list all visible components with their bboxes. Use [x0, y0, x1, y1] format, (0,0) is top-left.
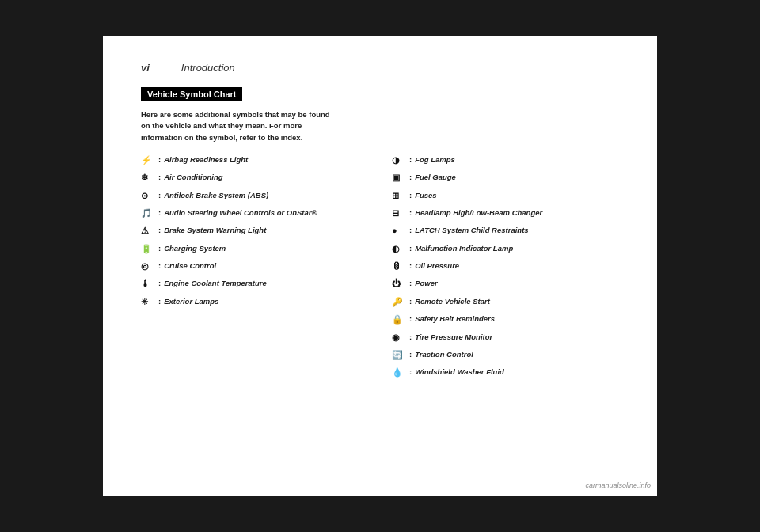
- list-item: 💧 : Windshield Washer Fluid: [392, 367, 619, 378]
- content-area: ⚡ : Airbag Readiness Light ❄ : Air Condi…: [141, 154, 619, 385]
- left-column: ⚡ : Airbag Readiness Light ❄ : Air Condi…: [141, 154, 368, 385]
- symbol-icon: ❄: [141, 172, 158, 184]
- intro-text: Here are some additional symbols that ma…: [141, 109, 331, 143]
- colon: :: [409, 225, 412, 235]
- symbol-icon: ✳: [141, 296, 158, 308]
- symbol-icon: ⊙: [141, 190, 158, 202]
- symbol-label: Charging System: [164, 243, 226, 253]
- list-item: ◉ : Tire Pressure Monitor: [392, 332, 619, 344]
- watermark: carmanualsoline.info: [585, 481, 651, 489]
- colon: :: [158, 225, 161, 235]
- symbol-icon: ⚡: [141, 154, 158, 166]
- symbol-label: Air Conditioning: [164, 172, 222, 182]
- list-item: ⊙ : Antilock Brake System (ABS): [141, 190, 368, 202]
- colon: :: [409, 243, 412, 253]
- symbol-icon: 💧: [392, 367, 409, 378]
- symbol-icon: 🔑: [392, 296, 409, 308]
- symbol-label: Engine Coolant Temperature: [164, 278, 267, 288]
- colon: :: [158, 172, 161, 182]
- symbol-icon: 🌡: [141, 278, 158, 290]
- symbol-label: Oil Pressure: [415, 260, 459, 271]
- right-column: ◑ : Fog Lamps ▣ : Fuel Gauge ⊞ : Fuses ⊟…: [392, 154, 619, 385]
- list-item: 🎵 : Audio Steering Wheel Controls or OnS…: [141, 207, 368, 219]
- colon: :: [409, 207, 412, 218]
- colon: :: [409, 172, 412, 182]
- symbol-icon: 🛢: [392, 260, 409, 272]
- page-header: vi Introduction: [141, 62, 619, 74]
- symbol-label: Headlamp High/Low-Beam Changer: [415, 207, 542, 218]
- chart-title: Vehicle Symbol Chart: [141, 87, 242, 101]
- list-item: ▣ : Fuel Gauge: [392, 172, 619, 184]
- list-item: ⚡ : Airbag Readiness Light: [141, 154, 368, 166]
- section-label: Introduction: [181, 62, 235, 74]
- symbol-label: Antilock Brake System (ABS): [164, 190, 268, 200]
- list-item: ❄ : Air Conditioning: [141, 172, 368, 184]
- symbol-label: Brake System Warning Light: [164, 225, 266, 235]
- colon: :: [158, 296, 161, 306]
- colon: :: [409, 332, 412, 342]
- symbol-icon: 🔋: [141, 243, 158, 255]
- list-item: ⊟ : Headlamp High/Low-Beam Changer: [392, 207, 619, 219]
- colon: :: [409, 349, 412, 359]
- colon: :: [409, 367, 412, 377]
- symbol-icon: ◎: [141, 260, 158, 272]
- colon: :: [158, 278, 161, 288]
- list-item: ◑ : Fog Lamps: [392, 154, 619, 166]
- list-item: ✳ : Exterior Lamps: [141, 296, 368, 308]
- colon: :: [409, 314, 412, 324]
- colon: :: [158, 243, 161, 253]
- colon: :: [409, 154, 412, 165]
- symbol-label: Power: [415, 278, 438, 288]
- symbol-label: Fog Lamps: [415, 154, 455, 165]
- list-item: ◐ : Malfunction Indicator Lamp: [392, 243, 619, 255]
- colon: :: [158, 207, 161, 218]
- colon: :: [158, 154, 161, 165]
- symbol-icon: ⊞: [392, 190, 409, 202]
- symbol-icon: 🔒: [392, 314, 409, 325]
- colon: :: [158, 190, 161, 200]
- symbol-icon: ▣: [392, 172, 409, 184]
- colon: :: [409, 296, 412, 306]
- symbol-label: Audio Steering Wheel Controls or OnStar®: [164, 207, 317, 218]
- symbol-label: Airbag Readiness Light: [164, 154, 248, 165]
- list-item: 🌡 : Engine Coolant Temperature: [141, 278, 368, 290]
- symbol-icon: 🎵: [141, 207, 158, 219]
- list-item: ⊞ : Fuses: [392, 190, 619, 202]
- list-item: 🔄 : Traction Control: [392, 349, 619, 361]
- list-item: ◎ : Cruise Control: [141, 260, 368, 272]
- list-item: 🔑 : Remote Vehicle Start: [392, 296, 619, 308]
- list-item: 🔒 : Safety Belt Reminders: [392, 314, 619, 325]
- symbol-label: Remote Vehicle Start: [415, 296, 490, 306]
- symbol-icon: ⚠: [141, 225, 158, 237]
- list-item: 🛢 : Oil Pressure: [392, 260, 619, 272]
- list-item: ⚠ : Brake System Warning Light: [141, 225, 368, 237]
- colon: :: [409, 190, 412, 200]
- symbol-label: Cruise Control: [164, 260, 216, 271]
- symbol-label: Windshield Washer Fluid: [415, 367, 504, 377]
- page-container: vi Introduction Vehicle Symbol Chart Her…: [103, 36, 657, 496]
- symbol-icon: ⊟: [392, 207, 409, 219]
- colon: :: [158, 260, 161, 271]
- page-number: vi: [141, 62, 150, 74]
- list-item: 🔋 : Charging System: [141, 243, 368, 255]
- colon: :: [409, 278, 412, 288]
- symbol-label: Malfunction Indicator Lamp: [415, 243, 513, 253]
- symbol-icon: ◐: [392, 243, 409, 255]
- symbol-icon: ◑: [392, 154, 409, 166]
- symbol-label: LATCH System Child Restraints: [415, 225, 528, 235]
- colon: :: [409, 260, 412, 271]
- symbol-icon: 🔄: [392, 349, 409, 361]
- symbol-icon: ⏻: [392, 278, 409, 290]
- symbol-label: Fuses: [415, 190, 436, 200]
- symbol-label: Traction Control: [415, 349, 473, 359]
- symbol-label: Tire Pressure Monitor: [415, 332, 492, 342]
- symbol-label: Exterior Lamps: [164, 296, 218, 306]
- symbol-label: Safety Belt Reminders: [415, 314, 495, 324]
- symbol-icon: ●: [392, 225, 409, 237]
- symbol-icon: ◉: [392, 332, 409, 344]
- symbol-label: Fuel Gauge: [415, 172, 456, 182]
- list-item: ⏻ : Power: [392, 278, 619, 290]
- list-item: ● : LATCH System Child Restraints: [392, 225, 619, 237]
